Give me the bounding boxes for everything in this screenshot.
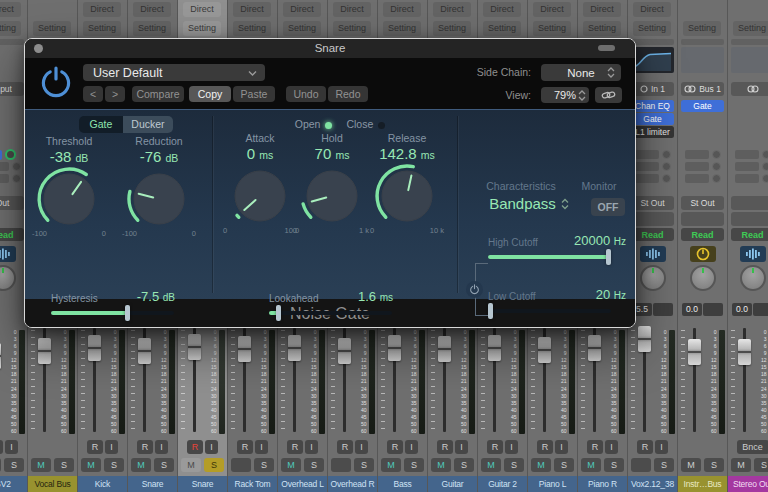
bounce-button[interactable]: Bnce [737, 440, 768, 454]
send-slot[interactable] [0, 162, 9, 171]
compare-button[interactable]: Compare [132, 86, 184, 102]
mute-button[interactable]: M [481, 458, 501, 472]
input-slot[interactable]: Bus 1 [681, 82, 724, 96]
mute-button[interactable]: M [681, 458, 701, 472]
automation-mode-button[interactable]: Read [731, 228, 768, 241]
setting-button[interactable]: Setting [283, 21, 321, 36]
record-enable-button[interactable]: R [387, 440, 403, 454]
mute-button[interactable]: M [281, 458, 301, 472]
mute-button[interactable] [231, 458, 251, 472]
send-row[interactable] [681, 150, 724, 159]
undo-button[interactable]: Undo [286, 86, 326, 102]
record-enable-button[interactable]: R [87, 440, 103, 454]
send-slot[interactable] [685, 162, 709, 171]
mute-button[interactable]: M [0, 458, 1, 472]
input-monitor-button[interactable]: I [555, 440, 568, 454]
input-monitor-button[interactable]: I [455, 440, 468, 454]
tab-ducker[interactable]: Ducker [123, 116, 173, 133]
solo-button[interactable]: S [454, 458, 474, 472]
plugin-power-icon[interactable] [38, 64, 74, 100]
output-slot[interactable]: Out [0, 196, 24, 210]
fader[interactable] [187, 326, 202, 434]
send-knob[interactable] [762, 150, 768, 159]
send-slot[interactable] [735, 174, 759, 183]
eq-thumbnail[interactable] [681, 47, 724, 73]
input-monitor-button[interactable]: I [405, 440, 418, 454]
waveform-icon[interactable] [0, 246, 16, 262]
slider-handle[interactable] [125, 305, 130, 321]
mute-button[interactable] [331, 458, 351, 472]
channel-name[interactable]: Bass [378, 476, 427, 492]
eq-slot[interactable] [631, 39, 674, 45]
send-slot[interactable] [735, 150, 759, 159]
fader-cap[interactable] [338, 338, 351, 364]
channel-name[interactable]: Vocal Bus [28, 476, 77, 492]
fader-cap[interactable] [138, 338, 151, 364]
preset-next-button[interactable]: > [105, 86, 125, 102]
setting-button[interactable]: Setting [533, 21, 571, 36]
hysteresis-slider[interactable]: Hysteresis-7.5 dB [51, 282, 175, 315]
waveform-icon[interactable] [740, 246, 766, 262]
mute-button[interactable]: M [731, 458, 751, 472]
send-row[interactable] [631, 162, 674, 171]
fader[interactable] [437, 326, 452, 434]
direct-button[interactable]: Direct [383, 2, 421, 17]
direct-button[interactable]: Direct [283, 2, 321, 17]
monitor-off-button[interactable]: OFF [591, 198, 625, 216]
mute-button[interactable]: M [31, 458, 51, 472]
fader-cap[interactable] [438, 336, 451, 362]
record-enable-button[interactable]: R [137, 440, 153, 454]
setting-button[interactable]: Setting [583, 21, 621, 36]
send-row[interactable] [731, 150, 768, 159]
plugin-slot-gate[interactable]: Gate [681, 100, 724, 112]
channel-name[interactable]: Overhead L [278, 476, 327, 492]
paste-button[interactable]: Paste [233, 86, 275, 102]
eq-thumbnail[interactable] [631, 47, 674, 73]
fader[interactable] [87, 326, 102, 434]
direct-button[interactable]: Direct [183, 2, 221, 17]
input-monitor-button[interactable]: I [205, 440, 218, 454]
send-knob[interactable] [12, 162, 21, 171]
knob-dial[interactable] [226, 162, 294, 230]
solo-button[interactable]: S [604, 458, 624, 472]
send-row[interactable] [0, 174, 24, 183]
channel-name[interactable]: Rack Tom [228, 476, 277, 492]
send-slot[interactable] [635, 162, 659, 171]
input-monitor-button[interactable]: I [305, 440, 318, 454]
fader-cap[interactable] [188, 334, 201, 360]
fader-cap[interactable] [388, 335, 401, 361]
mute-button[interactable]: M [531, 458, 551, 472]
setting-button[interactable]: Setting [333, 21, 371, 36]
fader-cap[interactable] [588, 335, 601, 361]
fader-cap[interactable] [288, 335, 301, 361]
pan-knob[interactable] [690, 265, 716, 291]
fader[interactable] [237, 326, 252, 434]
fader-cap[interactable] [638, 326, 651, 352]
record-enable-button[interactable]: R [437, 440, 453, 454]
send-row[interactable] [0, 162, 24, 171]
group-slot[interactable] [681, 212, 724, 226]
lookahead-slider[interactable]: Lookahead1.6 ms [269, 282, 393, 315]
reduction-knob[interactable]: Reduction-76 dB-1000 [115, 135, 203, 238]
output-slot[interactable]: St Out [681, 196, 724, 210]
input-monitor-button[interactable]: I [105, 440, 118, 454]
input-monitor-button[interactable]: I [255, 440, 268, 454]
direct-button[interactable]: Direct [583, 2, 621, 17]
window-close-button[interactable] [34, 44, 43, 53]
pan-knob[interactable] [740, 265, 766, 291]
record-enable-button[interactable]: R [637, 440, 653, 454]
mute-button[interactable]: M [581, 458, 601, 472]
send-slot[interactable] [635, 174, 659, 183]
send-row[interactable] [731, 162, 768, 171]
channel-name[interactable]: Guitar 2 [478, 476, 527, 492]
fader[interactable] [487, 326, 502, 434]
send-knob[interactable] [12, 174, 21, 183]
send-knob[interactable] [762, 162, 768, 171]
view-zoom-dropdown[interactable]: 79% [541, 87, 589, 103]
plugin-slot-l1-limiter[interactable]: L1 limiter [631, 126, 674, 138]
send-row[interactable] [631, 150, 674, 159]
fader-cap[interactable] [238, 336, 251, 362]
direct-button[interactable]: Direct [333, 2, 371, 17]
channel-name[interactable]: Piano L [528, 476, 577, 492]
group-slot[interactable] [731, 212, 768, 226]
